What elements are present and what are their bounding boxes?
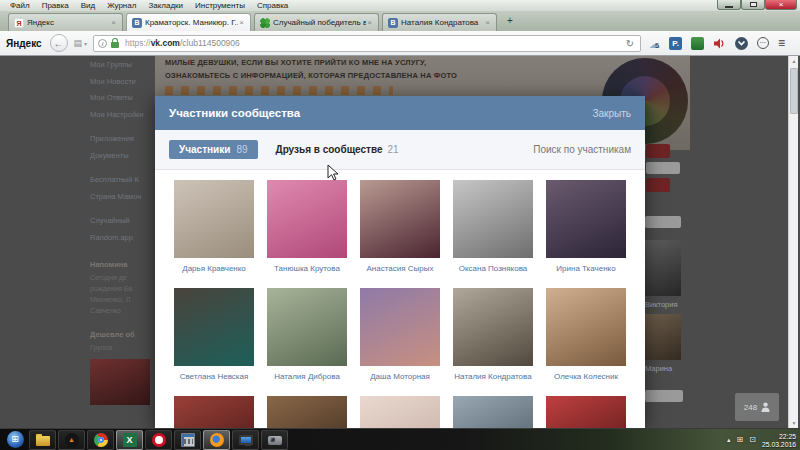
- modal-close-button[interactable]: Закрыть: [592, 108, 631, 119]
- member-name[interactable]: Оксана Познякова: [447, 263, 539, 274]
- taskbar-chrome-icon[interactable]: [87, 430, 114, 450]
- scroll-up-arrow[interactable]: ▲: [789, 56, 799, 66]
- taskbar-firefox-icon[interactable]: [203, 430, 230, 450]
- member-photo[interactable]: [267, 396, 347, 428]
- member-cell[interactable]: [447, 396, 539, 428]
- chat-bubble-icon[interactable]: ···: [757, 37, 769, 49]
- extension-green-icon[interactable]: [691, 37, 704, 50]
- reminder-text: рождения Ев: [90, 283, 156, 294]
- menu-item[interactable]: Файл: [4, 1, 36, 10]
- tab-friends[interactable]: Друзья в сообществе 21: [276, 144, 399, 155]
- member-name[interactable]: Наталия Диброва: [261, 371, 353, 382]
- member-name[interactable]: Наталия Кондратова: [447, 371, 539, 382]
- menu-item[interactable]: Закладки: [142, 1, 189, 10]
- member-photo[interactable]: [546, 396, 626, 428]
- minimize-button[interactable]: [717, 0, 741, 10]
- taskbar-aimp-icon[interactable]: ▲: [58, 430, 85, 450]
- member-cell[interactable]: Оксана Познякова: [447, 180, 539, 274]
- menu-item[interactable]: Справка: [251, 1, 294, 10]
- hamburger-menu-icon[interactable]: ≡: [778, 36, 785, 50]
- member-cell[interactable]: Дарья Кравченко: [168, 180, 260, 274]
- tab-close-icon[interactable]: ×: [238, 18, 245, 27]
- member-cell[interactable]: [168, 396, 260, 428]
- tray-other-icon[interactable]: ⊡: [749, 429, 756, 450]
- menu-item[interactable]: Журнал: [101, 1, 142, 10]
- member-cell[interactable]: Ирина Ткаченко: [540, 180, 632, 274]
- browser-tab[interactable]: Я Яндекс ×: [8, 13, 123, 31]
- member-photo[interactable]: [174, 288, 254, 366]
- member-photo[interactable]: [360, 396, 440, 428]
- taskbar-opera-icon[interactable]: [145, 430, 172, 450]
- browser-tab[interactable]: В Краматорск. Маникюр. Г... ×: [126, 13, 251, 31]
- tab-close-icon[interactable]: ×: [366, 18, 373, 27]
- cloud-badge: 5: [655, 41, 659, 50]
- menu-item[interactable]: Вид: [75, 1, 101, 10]
- scrollbar-thumb[interactable]: [790, 68, 798, 114]
- tab-title: Наталия Кондратова: [398, 18, 484, 27]
- archive-icon[interactable]: ▤: [74, 38, 83, 48]
- chevron-down-icon[interactable]: ▾: [84, 40, 87, 47]
- menu-item[interactable]: Инструменты: [189, 1, 251, 10]
- member-photo[interactable]: [360, 180, 440, 258]
- member-cell[interactable]: Даша Моторная: [354, 288, 446, 382]
- member-photo[interactable]: [453, 288, 533, 366]
- reload-icon[interactable]: ↻: [624, 38, 636, 49]
- taskbar-camera-icon[interactable]: [261, 430, 288, 450]
- close-window-button[interactable]: ×: [765, 0, 797, 10]
- scroll-down-arrow[interactable]: ▼: [789, 418, 799, 428]
- extension-p-icon[interactable]: P.: [669, 37, 682, 50]
- url-bar[interactable]: i https://vk.com/club114500906 ↻: [93, 35, 641, 52]
- pocket-icon[interactable]: [735, 37, 748, 50]
- taskbar-clock[interactable]: 22:25 25.03.2016: [762, 430, 796, 449]
- member-name[interactable]: Ирина Ткаченко: [540, 263, 632, 274]
- taskbar-explorer-icon[interactable]: [29, 430, 56, 450]
- browser-tab[interactable]: В Наталия Кондратова ×: [382, 13, 497, 31]
- tray-expand-icon[interactable]: ▴: [727, 429, 731, 450]
- member-cell[interactable]: Танюшка Крутова: [261, 180, 353, 274]
- member-photo[interactable]: [360, 288, 440, 366]
- tab-close-icon[interactable]: ×: [110, 18, 117, 27]
- taskbar-display-icon[interactable]: [232, 430, 259, 450]
- taskbar-excel-icon[interactable]: X: [116, 430, 143, 450]
- member-cell[interactable]: [261, 396, 353, 428]
- member-name[interactable]: Даша Моторная: [354, 371, 446, 382]
- taskbar-start-button[interactable]: ⊞: [3, 430, 27, 450]
- member-photo[interactable]: [546, 180, 626, 258]
- member-cell[interactable]: Светлана Невская: [168, 288, 260, 382]
- member-cell[interactable]: [540, 396, 632, 428]
- member-photo[interactable]: [546, 288, 626, 366]
- member-photo[interactable]: [267, 180, 347, 258]
- tray-windows-icon[interactable]: ⊞: [737, 429, 744, 450]
- member-photo[interactable]: [453, 180, 533, 258]
- new-tab-button[interactable]: +: [502, 13, 518, 28]
- member-photo[interactable]: [267, 288, 347, 366]
- taskbar-calculator-icon[interactable]: [174, 430, 201, 450]
- member-cell[interactable]: Наталия Диброва: [261, 288, 353, 382]
- site-info-icon[interactable]: i: [98, 39, 107, 48]
- member-photo[interactable]: [174, 180, 254, 258]
- pointer-emoji-row: [165, 86, 393, 95]
- member-name[interactable]: Танюшка Крутова: [261, 263, 353, 274]
- speaker-icon[interactable]: [713, 37, 726, 50]
- tab-close-icon[interactable]: ×: [484, 18, 491, 27]
- tab-members[interactable]: Участники 89: [169, 140, 258, 159]
- search-members-link[interactable]: Поиск по участникам: [533, 144, 631, 155]
- sync-cloud-icon[interactable]: ☁5: [649, 34, 660, 52]
- member-name[interactable]: Светлана Невская: [168, 371, 260, 382]
- modal-header: Участники сообщества Закрыть: [155, 96, 645, 130]
- browser-tab[interactable]: Случайный победитель в ... ×: [254, 13, 379, 31]
- page-scrollbar[interactable]: ▲ ▼: [788, 56, 798, 428]
- restore-button[interactable]: [741, 0, 765, 10]
- member-name[interactable]: Олечка Колесник: [540, 371, 632, 382]
- back-button[interactable]: ←: [50, 34, 68, 52]
- member-name[interactable]: Анастасия Сырых: [354, 263, 446, 274]
- member-cell[interactable]: [354, 396, 446, 428]
- menu-item[interactable]: Правка: [36, 1, 75, 10]
- member-photo[interactable]: [453, 396, 533, 428]
- member-photo[interactable]: [174, 396, 254, 428]
- member-cell[interactable]: Олечка Колесник: [540, 288, 632, 382]
- member-cell[interactable]: Анастасия Сырых: [354, 180, 446, 274]
- member-name[interactable]: Дарья Кравченко: [168, 263, 260, 274]
- url-text[interactable]: https://vk.com/club114500906: [125, 38, 624, 48]
- member-cell[interactable]: Наталия Кондратова: [447, 288, 539, 382]
